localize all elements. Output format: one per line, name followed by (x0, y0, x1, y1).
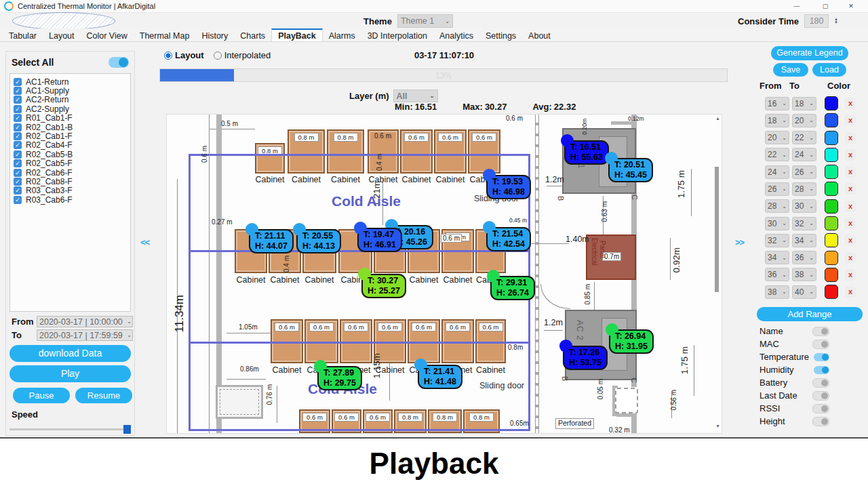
tab-playback[interactable]: PlayBack (271, 28, 323, 41)
tab-settings[interactable]: Settings (479, 28, 522, 41)
checkbox-checked-icon[interactable]: ✓ (14, 132, 22, 140)
sensor-badge[interactable]: T: 20.55H: 44.13 (296, 229, 341, 253)
range-remove-button[interactable]: x (845, 149, 856, 161)
checkbox-checked-icon[interactable]: ✓ (14, 87, 22, 95)
range-to-select[interactable]: 28⌄ (792, 182, 816, 196)
range-from-select[interactable]: 16⌄ (765, 97, 789, 110)
range-to-select[interactable]: 34⌄ (792, 234, 816, 247)
speed-slider-track[interactable] (9, 428, 131, 430)
checkbox-checked-icon[interactable]: ✓ (14, 169, 22, 177)
toggle-temperature[interactable] (814, 353, 829, 361)
to-date-input[interactable]: 2020-03-17 | 17:59:59 ⌄ (37, 329, 133, 341)
range-from-select[interactable]: 26⌄ (765, 182, 789, 196)
sensor-badge[interactable]: T: 27.89H: 29.75 (317, 366, 362, 390)
range-color-swatch[interactable] (825, 251, 838, 265)
sensor-badge[interactable]: T: 21.41H: 41.48 (418, 365, 462, 389)
range-to-select[interactable]: 24⌄ (792, 148, 816, 161)
range-from-select[interactable]: 32⌄ (765, 234, 789, 247)
checkbox-checked-icon[interactable]: ✓ (14, 105, 22, 113)
spinner-arrows-icon[interactable]: ▲ ▼ (834, 18, 838, 24)
generate-legend-button[interactable]: Generate Legend (771, 46, 848, 60)
range-color-swatch[interactable] (825, 131, 838, 145)
tab-alarms[interactable]: Alarms (323, 28, 361, 41)
toggle-battery[interactable] (812, 378, 829, 388)
range-remove-button[interactable]: x (845, 269, 856, 281)
checkbox-checked-icon[interactable]: ✓ (14, 186, 22, 195)
range-from-select[interactable]: 24⌄ (765, 165, 789, 179)
tab-3d-interpolation[interactable]: 3D Interpolation (361, 28, 433, 41)
load-button[interactable]: Load (812, 63, 846, 77)
range-color-swatch[interactable] (825, 182, 838, 196)
save-button[interactable]: Save (773, 63, 808, 77)
play-button[interactable]: Play (9, 365, 131, 382)
plan-scrollbar-thumb[interactable] (715, 167, 719, 292)
sensor-badge[interactable]: T: 26.94H: 31.95 (609, 329, 654, 354)
resume-button[interactable]: Resume (75, 388, 132, 403)
tab-about[interactable]: About (522, 28, 557, 41)
playback-progress-bar[interactable]: 13% (159, 68, 728, 82)
range-color-swatch[interactable] (825, 199, 838, 214)
close-button[interactable]: ✕ (840, 0, 863, 12)
speed-slider-handle[interactable] (123, 425, 131, 434)
pause-button[interactable]: Pause (13, 388, 70, 403)
collapse-right-button[interactable]: >> (735, 237, 744, 247)
range-from-select[interactable]: 30⌄ (765, 217, 789, 230)
tab-tabular[interactable]: Tabular (3, 28, 43, 41)
add-range-button[interactable]: Add Range (757, 307, 863, 321)
theme-select[interactable]: Theme 1 ⌄ (397, 14, 453, 28)
layer-select[interactable]: All ⌄ (393, 89, 438, 102)
checkbox-checked-icon[interactable]: ✓ (14, 78, 22, 86)
toggle-last-date[interactable] (812, 391, 829, 401)
checkbox-checked-icon[interactable]: ✓ (14, 196, 22, 204)
checkbox-checked-icon[interactable]: ✓ (14, 178, 22, 186)
range-color-swatch[interactable] (825, 96, 838, 110)
plan-scroll-up-icon[interactable]: ▲ (715, 116, 720, 121)
range-remove-button[interactable]: x (845, 166, 856, 178)
range-remove-button[interactable]: x (845, 252, 856, 264)
sensor-badge[interactable]: T: 20.51H: 45.45 (608, 158, 653, 182)
range-from-select[interactable]: 28⌄ (765, 199, 789, 213)
range-from-select[interactable]: 18⌄ (765, 114, 789, 127)
select-all-toggle[interactable] (108, 57, 129, 68)
range-to-select[interactable]: 20⌄ (792, 114, 816, 127)
sensor-badge[interactable]: T: 21.11H: 44.07 (249, 229, 294, 253)
tab-history[interactable]: History (195, 28, 234, 41)
range-remove-button[interactable]: x (845, 115, 856, 126)
sensor-badge[interactable]: T: 19.53H: 46.98 (486, 175, 531, 199)
range-from-select[interactable]: 38⌄ (765, 285, 789, 299)
range-to-select[interactable]: 38⌄ (792, 268, 816, 281)
sensor-badge[interactable]: T: 19.47H: 46.91 (357, 228, 402, 252)
sensor-badge[interactable]: T: 29.31H: 26.74 (490, 276, 535, 300)
checkbox-checked-icon[interactable]: ✓ (14, 123, 22, 131)
toggle-rssi[interactable] (812, 404, 829, 413)
sensor-badge[interactable]: T: 21.54H: 42.54 (486, 227, 531, 251)
range-from-select[interactable]: 34⌄ (765, 251, 789, 264)
range-to-select[interactable]: 40⌄ (792, 285, 816, 299)
sensor-badge[interactable]: T: 30.27H: 25.27 (361, 274, 406, 298)
sensor-badge[interactable]: T: 16.51H: 55.63 (564, 140, 609, 165)
checkbox-checked-icon[interactable]: ✓ (14, 150, 22, 159)
range-remove-button[interactable]: x (845, 235, 856, 246)
collapse-left-button[interactable]: << (140, 237, 149, 247)
from-date-input[interactable]: 2020-03-17 | 10:00:00 ⌄ (37, 316, 133, 327)
sensor-badge[interactable]: T: 17.26H: 53.75 (563, 346, 608, 370)
range-to-select[interactable]: 26⌄ (792, 165, 816, 179)
checkbox-checked-icon[interactable]: ✓ (14, 141, 22, 149)
range-to-select[interactable]: 30⌄ (792, 199, 816, 213)
plan-scroll-down-icon[interactable]: ▼ (715, 424, 720, 428)
range-from-select[interactable]: 36⌄ (765, 268, 789, 281)
minimize-button[interactable]: — (785, 0, 808, 12)
range-from-select[interactable]: 22⌄ (765, 148, 789, 161)
range-to-select[interactable]: 36⌄ (792, 251, 816, 264)
toggle-height[interactable] (812, 417, 829, 426)
tab-charts[interactable]: Charts (234, 28, 271, 41)
range-from-select[interactable]: 20⌄ (765, 131, 789, 144)
checkbox-checked-icon[interactable]: ✓ (14, 96, 22, 104)
checkbox-checked-icon[interactable]: ✓ (14, 114, 22, 122)
range-remove-button[interactable]: x (845, 218, 856, 229)
toggle-mac[interactable] (812, 340, 829, 349)
tab-color-view[interactable]: Color View (81, 28, 134, 41)
range-remove-button[interactable]: x (845, 286, 856, 298)
range-color-swatch[interactable] (825, 285, 838, 299)
range-to-select[interactable]: 22⌄ (792, 131, 816, 144)
